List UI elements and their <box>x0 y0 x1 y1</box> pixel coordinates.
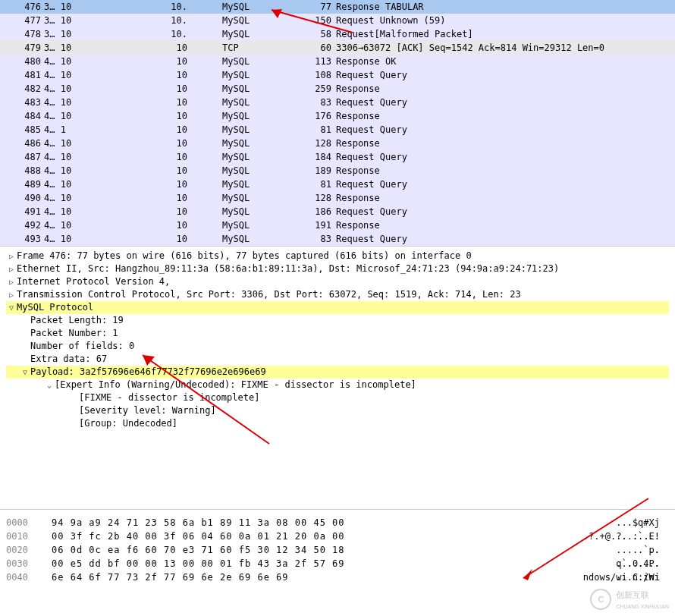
packet-row[interactable]: 4904… 1010MySQL128 Response <box>0 191 675 205</box>
col-length: 58 <box>298 27 336 41</box>
hex-dump[interactable]: 000094 9a a9 24 71 23 58 6a b1 89 11 3a … <box>0 510 675 616</box>
tree-fixme[interactable]: [FIXME - dissector is incomplete] <box>6 391 669 404</box>
hex-bytes: 00 3f fc 2b 40 00 3f 06 04 60 0a 01 21 2… <box>52 530 370 543</box>
col-protocol: MySQL <box>222 232 298 246</box>
packet-row[interactable]: 4924… 1010MySQL191 Response <box>0 218 675 232</box>
hex-row[interactable]: 001000 3f fc 2b 40 00 3f 06 04 60 0a 01 … <box>6 530 669 543</box>
hex-row[interactable]: 002006 0d 0c ea f6 60 70 e3 71 60 f5 30 … <box>6 543 669 557</box>
tree-num-fields[interactable]: Number of fields: 0 <box>6 340 669 353</box>
col-time: 3… 10 <box>44 41 82 55</box>
hex-bytes: 00 e5 dd bf 00 00 13 00 00 01 fb 43 3a 2… <box>52 557 370 570</box>
tree-packet-length[interactable]: Packet Length: 19 <box>6 314 669 327</box>
col-no: 491 <box>0 205 44 218</box>
packet-list[interactable]: 4763… 1010.MySQL77 Response TABULAR4773…… <box>0 0 675 247</box>
packet-row[interactable]: 4834… 1010MySQL83 Request Query <box>0 96 675 109</box>
col-protocol: MySQL <box>222 109 298 123</box>
col-no: 492 <box>0 218 44 232</box>
col-src: 10 <box>154 232 192 246</box>
col-time: 4… 10 <box>44 150 82 164</box>
col-time: 4… 10 <box>44 191 82 205</box>
col-no: 487 <box>0 150 44 164</box>
tree-label: Internet Protocol Version 4, <box>17 275 170 288</box>
col-src: 10. <box>154 14 192 27</box>
hex-offset: 0030 <box>6 557 52 570</box>
col-src: 10. <box>154 0 192 14</box>
col-length: 81 <box>298 123 336 137</box>
tree-label: Packet Length: 19 <box>30 314 124 327</box>
tree-label: Frame 476: 77 bytes on wire (616 bits), … <box>17 250 472 262</box>
col-info: Response OK <box>336 55 675 68</box>
col-src: 10 <box>154 68 192 82</box>
col-info: Response <box>336 109 675 123</box>
col-spacer <box>82 232 154 246</box>
hex-row[interactable]: 00406e 64 6f 77 73 2f 77 69 6e 2e 69 6e … <box>6 570 669 584</box>
tree-frame[interactable]: ▷Frame 476: 77 bytes on wire (616 bits),… <box>6 250 669 262</box>
col-time: 3… 10 <box>44 0 82 14</box>
collapse-icon[interactable]: ▽ <box>20 366 30 379</box>
hex-row[interactable]: 003000 e5 dd bf 00 00 13 00 00 01 fb 43 … <box>6 557 669 570</box>
col-no: 490 <box>0 191 44 205</box>
col-spacer <box>192 96 222 109</box>
tree-extra-data[interactable]: Extra data: 67 <box>6 353 669 366</box>
packet-row[interactable]: 4793… 1010TCP60 3306→63072 [ACK] Seq=154… <box>0 41 675 55</box>
packet-row[interactable]: 4773… 1010.MySQL150 Request Unknown (59) <box>0 14 675 27</box>
col-protocol: MySQL <box>222 27 298 41</box>
tree-packet-number[interactable]: Packet Number: 1 <box>6 327 669 340</box>
tree-expert-info[interactable]: ⌄[Expert Info (Warning/Undecoded): FIXME… <box>6 379 669 391</box>
expand-icon[interactable]: ▷ <box>6 262 17 275</box>
col-spacer <box>82 68 154 82</box>
col-info: Request Query <box>336 150 675 164</box>
watermark-logo: C 创新互联CHUANG XINHULIAN <box>590 589 669 610</box>
collapse-icon[interactable]: ⌄ <box>44 379 55 391</box>
packet-row[interactable]: 4884… 1010MySQL189 Response <box>0 164 675 178</box>
tree-label: Number of fields: 0 <box>30 340 134 353</box>
col-src: 10 <box>154 109 192 123</box>
col-length: 81 <box>298 178 336 191</box>
tree-tcp[interactable]: ▷Transmission Control Protocol, Src Port… <box>6 288 669 301</box>
logo-text: 创新互联 <box>616 590 649 599</box>
col-length: 77 <box>298 0 336 14</box>
col-spacer <box>192 178 222 191</box>
col-info: Request Query <box>336 205 675 218</box>
packet-row[interactable]: 4783… 1010.MySQL58 Request[Malformed Pac… <box>0 27 675 41</box>
col-spacer <box>82 191 154 205</box>
col-info: Response <box>336 191 675 205</box>
col-protocol: MySQL <box>222 14 298 27</box>
expand-icon[interactable]: ▷ <box>6 275 17 288</box>
packet-row[interactable]: 4854… 110MySQL81 Request Query <box>0 123 675 137</box>
packet-row[interactable]: 4844… 1010MySQL176 Response <box>0 109 675 123</box>
packet-row[interactable]: 4814… 1010MySQL108 Request Query <box>0 68 675 82</box>
col-time: 3… 10 <box>44 14 82 27</box>
tree-group[interactable]: [Group: Undecoded] <box>6 417 669 430</box>
tree-ip[interactable]: ▷Internet Protocol Version 4, <box>6 275 669 288</box>
col-spacer <box>82 27 154 41</box>
col-time: 4… 10 <box>44 164 82 178</box>
expand-icon[interactable]: ▷ <box>6 288 17 301</box>
col-src: 10 <box>154 205 192 218</box>
tree-payload[interactable]: ▽Payload: 3a2f57696e646f77732f77696e2e69… <box>6 366 669 379</box>
col-spacer <box>192 232 222 246</box>
packet-row[interactable]: 4824… 1010MySQL259 Response <box>0 82 675 96</box>
col-src: 10 <box>154 218 192 232</box>
packet-row[interactable]: 4864… 1010MySQL128 Response <box>0 137 675 150</box>
hex-row[interactable]: 000094 9a a9 24 71 23 58 6a b1 89 11 3a … <box>6 516 669 530</box>
packet-row[interactable]: 4874… 1010MySQL184 Request Query <box>0 150 675 164</box>
tree-severity[interactable]: [Severity level: Warning] <box>6 404 669 417</box>
packet-row[interactable]: 4934… 1010MySQL83 Request Query <box>0 232 675 246</box>
col-src: 10 <box>154 41 192 55</box>
packet-row[interactable]: 4894… 1010MySQL81 Request Query <box>0 178 675 191</box>
packet-row[interactable]: 4914… 1010MySQL186 Request Query <box>0 205 675 218</box>
packet-details[interactable]: ▷Frame 476: 77 bytes on wire (616 bits),… <box>0 247 675 510</box>
col-spacer <box>82 218 154 232</box>
packet-row[interactable]: 4804… 1010MySQL113 Response OK <box>0 55 675 68</box>
tree-ethernet[interactable]: ▷Ethernet II, Src: Hangzhou_89:11:3a (58… <box>6 262 669 275</box>
col-protocol: MySQL <box>222 68 298 82</box>
expand-icon[interactable]: ▷ <box>6 250 17 262</box>
col-no: 488 <box>0 164 44 178</box>
collapse-icon[interactable]: ▽ <box>6 301 17 314</box>
col-no: 493 <box>0 232 44 246</box>
tree-mysql[interactable]: ▽MySQL Protocol <box>6 301 669 314</box>
col-no: 477 <box>0 14 44 27</box>
col-no: 485 <box>0 123 44 137</box>
packet-row[interactable]: 4763… 1010.MySQL77 Response TABULAR <box>0 0 675 14</box>
